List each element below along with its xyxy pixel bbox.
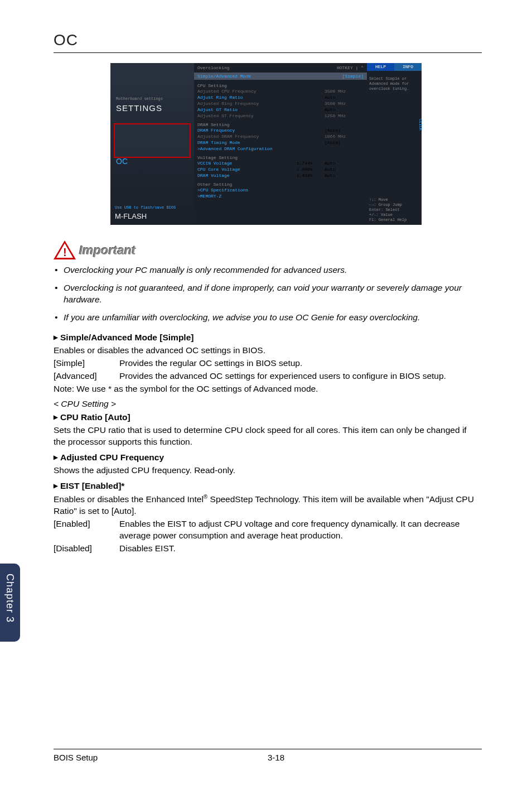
bios-row-val: 3500 MHz <box>325 101 364 106</box>
setting-desc: Enables or disables the advanced OC sett… <box>54 345 478 357</box>
bios-main-panel: Overclocking HOTKEY | ⁵ Simple/Advanced … <box>194 63 367 225</box>
bios-right-panel: HELP INFO Select Simple or Advanced mode… <box>367 63 422 225</box>
bios-row-expand[interactable]: MEMORY-Z <box>194 193 367 199</box>
setting-note: Note: We use * as the symbol for the OC … <box>54 383 478 395</box>
bios-row[interactable]: CPU Core Voltage1.009VAuto <box>194 166 367 172</box>
bios-row-val: Auto <box>325 161 364 166</box>
option-row: [Simple] Provides the regular OC setting… <box>54 358 478 369</box>
bios-settings-sublabel: Motherboard settings <box>116 97 163 101</box>
bios-help-tab[interactable]: HELP <box>367 63 394 71</box>
bios-mode-row[interactable]: Simple/Advanced Mode [Simple] <box>194 73 367 80</box>
bios-row[interactable]: DRAM Frequency[Auto] <box>194 127 367 133</box>
chapter-tab: Chapter 3 <box>0 564 20 642</box>
bios-hk: ↑↓: Move <box>369 198 407 203</box>
bios-oc-highlight <box>114 123 191 158</box>
bios-row-label: Adjusted Ring Frequency <box>197 101 325 106</box>
bios-mflash-item[interactable]: M-FLASH <box>115 212 147 220</box>
bios-row[interactable]: DRAM Voltage1.488VAuto <box>194 172 367 179</box>
important-label: Important <box>79 243 136 258</box>
bios-row-expand[interactable]: CPU Specifications <box>194 187 367 193</box>
option-desc: Provides the advanced OC settings for ex… <box>119 370 478 382</box>
bios-row-val: [Auto] <box>325 128 364 133</box>
list-item: Overclocking is not guaranteed, and if d… <box>54 282 478 306</box>
setting-desc: Shows the adjusted CPU frequency. Read-o… <box>54 465 478 476</box>
bios-row-label: DRAM Voltage <box>197 173 297 178</box>
option-desc: Enables the EIST to adjust CPU voltage a… <box>119 518 478 542</box>
bios-oc-item[interactable]: OC <box>116 157 128 166</box>
setting-desc: Sets the CPU ratio that is used to deter… <box>54 425 478 448</box>
bios-row[interactable]: Adjust GT RatioAuto <box>194 107 367 113</box>
setting-adj-cpu-freq: Adjusted CPU Frequency Shows the adjuste… <box>54 453 478 476</box>
bios-help-tabs: HELP INFO <box>367 63 422 71</box>
list-item: Overclocking your PC manually is only re… <box>54 264 478 276</box>
setting-eist: EIST [Enabled]* Enables or disables the … <box>54 481 478 555</box>
bios-hk: Enter: Select <box>369 208 407 213</box>
bios-info-tab[interactable]: INFO <box>394 63 422 71</box>
title-underline <box>54 52 482 53</box>
bios-row-mid: 1.744V <box>297 161 325 166</box>
bios-row-label: DRAM Timing Mode <box>197 140 325 145</box>
page-title: OC <box>0 0 532 49</box>
cpu-setting-header: < CPU Setting > <box>54 399 478 409</box>
bios-row-label: VCCIN Voltage <box>197 161 297 166</box>
setting-title: Simple/Advanced Mode [Simple] <box>54 333 478 343</box>
bios-help-text: Select Simple or Advanced mode for overc… <box>367 71 422 97</box>
bios-row-label: Adjust Ring Ratio <box>197 95 325 100</box>
page-content: ! Important Overclocking your PC manuall… <box>0 225 532 555</box>
bios-hotkey-list: ↑↓: Move ←→: Group Jump Enter: Select +/… <box>369 198 407 223</box>
bios-click-label: CLICK <box>418 119 423 131</box>
bios-row-label: Adjusted GT Frequency <box>197 113 325 118</box>
bios-voltage-section: Voltage Setting <box>194 152 367 160</box>
bios-row[interactable]: VCCIN Voltage1.744VAuto <box>194 160 367 166</box>
bios-cpu-section: CPU Setting <box>194 80 367 88</box>
setting-cpu-ratio: CPU Ratio [Auto] Sets the CPU ratio that… <box>54 412 478 448</box>
bios-row-val: [Auto] <box>325 140 364 145</box>
option-label: [Advanced] <box>54 370 119 382</box>
footer-page-number: 3-18 <box>268 753 482 762</box>
option-row: [Advanced] Provides the advanced OC sett… <box>54 370 478 382</box>
bios-row-label: MEMORY-Z <box>200 194 364 199</box>
bios-row-val: Auto <box>325 167 364 172</box>
chapter-tab-label: Chapter 3 <box>0 564 20 633</box>
option-label: [Simple] <box>54 358 119 369</box>
setting-title: Adjusted CPU Frequency <box>54 453 478 463</box>
bios-row-val: Auto <box>325 173 364 178</box>
setting-simple-advanced: Simple/Advanced Mode [Simple] Enables or… <box>54 333 478 395</box>
footer-section-name: BOIS Setup <box>54 753 268 762</box>
bios-row: Adjusted GT Frequency1250 MHz <box>194 113 367 119</box>
bios-row-val: 1066 MHz <box>325 134 364 139</box>
option-label: [Disabled] <box>54 543 119 555</box>
bios-hk: +/-: Value <box>369 213 407 218</box>
option-row: [Disabled] Disables EIST. <box>54 543 478 555</box>
bios-row-label: CPU Specifications <box>200 187 364 192</box>
bios-nav-left: Motherboard settings SETTINGS OC Use USB… <box>110 63 194 225</box>
option-label: [Enabled] <box>54 518 119 542</box>
bios-hk: F1: General Help <box>369 218 407 223</box>
setting-title: CPU Ratio [Auto] <box>54 412 478 422</box>
bios-row-label: DRAM Frequency <box>197 128 325 133</box>
setting-desc: Enables or disables the Enhanced Intel® … <box>54 493 478 517</box>
bios-dram-section: DRAM Setting <box>194 119 367 127</box>
bios-screenshot: Motherboard settings SETTINGS OC Use USB… <box>110 63 422 225</box>
bios-row-val: 3500 MHz <box>325 89 364 94</box>
list-item: If you are unfamiliar with overclocking,… <box>54 311 478 324</box>
bios-row-label: CPU Core Voltage <box>197 167 297 172</box>
bios-settings-item[interactable]: SETTINGS <box>116 103 162 113</box>
bios-header: Overclocking HOTKEY | ⁵ <box>194 63 367 73</box>
bios-row[interactable]: Adjust Ring RatioAuto <box>194 94 367 100</box>
page-footer: BOIS Setup 3-18 <box>54 749 482 762</box>
bios-row-mid: 1.488V <box>297 173 325 178</box>
bios-mflash-sublabel: Use USB to flash/save BIOS <box>115 205 176 210</box>
bios-row-val: Auto <box>325 107 364 112</box>
bios-mode-label: Simple/Advanced Mode <box>197 74 251 79</box>
bios-row-mid: 1.009V <box>297 167 325 172</box>
bios-other-section: Other Setting <box>194 179 367 187</box>
option-desc: Provides the regular OC settings in BIOS… <box>119 358 478 369</box>
bios-row: Adjusted Ring Frequency3500 MHz <box>194 100 367 107</box>
bios-row: Adjusted CPU Frequency3500 MHz <box>194 88 367 94</box>
bios-row[interactable]: DRAM Timing Mode[Auto] <box>194 139 367 146</box>
bios-row-expand[interactable]: Advanced DRAM Configuration <box>194 146 367 152</box>
bios-row-val: 1250 MHz <box>325 113 364 118</box>
warning-icon: ! <box>54 240 76 261</box>
option-desc: Disables EIST. <box>119 543 478 555</box>
